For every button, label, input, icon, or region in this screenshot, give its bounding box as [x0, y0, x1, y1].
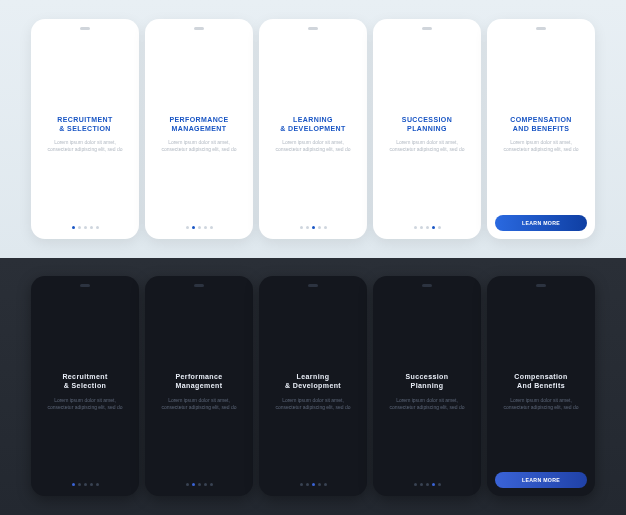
learning-icon	[270, 291, 356, 371]
learn-more-button[interactable]: LEARN MORE	[495, 215, 587, 231]
dark-theme-row: Recruitment & Selection Lorem ipsum dolo…	[0, 258, 626, 516]
onboarding-screen: LEARNING & DEVELOPMENT Lorem ipsum dolor…	[259, 19, 367, 239]
recruitment-icon	[42, 34, 128, 114]
onboarding-screen: SUCCESSION PLANNING Lorem ipsum dolor si…	[373, 19, 481, 239]
screen-body: Lorem ipsum dolor sit amet, consectetur …	[37, 397, 133, 411]
learn-more-button[interactable]: LEARN MORE	[495, 472, 587, 488]
succession-icon	[384, 34, 470, 114]
onboarding-screen: Succession Planning Lorem ipsum dolor si…	[373, 276, 481, 496]
phone-notch	[422, 284, 432, 287]
performance-icon	[156, 291, 242, 371]
phone-notch	[80, 27, 90, 30]
recruitment-icon	[42, 291, 128, 371]
screen-title: Succession Planning	[406, 373, 449, 391]
onboarding-screen: Performance Management Lorem ipsum dolor…	[145, 276, 253, 496]
screen-body: Lorem ipsum dolor sit amet, consectetur …	[379, 139, 475, 153]
screen-title: Learning & Development	[285, 373, 341, 391]
phone-notch	[536, 27, 546, 30]
phone-notch	[536, 284, 546, 287]
screen-title: LEARNING & DEVELOPMENT	[280, 116, 345, 134]
page-indicator[interactable]	[373, 226, 481, 229]
onboarding-screen: Compensation And Benefits Lorem ipsum do…	[487, 276, 595, 496]
phone-notch	[308, 284, 318, 287]
screen-body: Lorem ipsum dolor sit amet, consectetur …	[493, 139, 589, 153]
succession-icon	[384, 291, 470, 371]
screen-body: Lorem ipsum dolor sit amet, consectetur …	[493, 397, 589, 411]
screen-body: Lorem ipsum dolor sit amet, consectetur …	[37, 139, 133, 153]
page-indicator[interactable]	[259, 226, 367, 229]
screen-body: Lorem ipsum dolor sit amet, consectetur …	[379, 397, 475, 411]
screen-title: Performance Management	[175, 373, 222, 391]
learning-icon	[270, 34, 356, 114]
screen-title: PERFORMANCE MANAGEMENT	[169, 116, 228, 134]
screen-title: RECRUITMENT & SELECTION	[57, 116, 112, 134]
phone-notch	[194, 284, 204, 287]
page-indicator[interactable]	[373, 483, 481, 486]
performance-icon	[156, 34, 242, 114]
onboarding-screen: PERFORMANCE MANAGEMENT Lorem ipsum dolor…	[145, 19, 253, 239]
page-indicator[interactable]	[145, 483, 253, 486]
screen-body: Lorem ipsum dolor sit amet, consectetur …	[265, 139, 361, 153]
onboarding-screen: COMPENSATION AND BENEFITS Lorem ipsum do…	[487, 19, 595, 239]
screen-title: COMPENSATION AND BENEFITS	[510, 116, 571, 134]
compensation-icon	[498, 34, 584, 114]
phone-notch	[194, 27, 204, 30]
page-indicator[interactable]	[31, 483, 139, 486]
phone-notch	[308, 27, 318, 30]
screen-body: Lorem ipsum dolor sit amet, consectetur …	[151, 139, 247, 153]
screen-body: Lorem ipsum dolor sit amet, consectetur …	[151, 397, 247, 411]
page-indicator[interactable]	[145, 226, 253, 229]
compensation-icon	[498, 291, 584, 371]
phone-notch	[80, 284, 90, 287]
light-theme-row: RECRUITMENT & SELECTION Lorem ipsum dolo…	[0, 0, 626, 258]
screen-body: Lorem ipsum dolor sit amet, consectetur …	[265, 397, 361, 411]
onboarding-screen: Recruitment & Selection Lorem ipsum dolo…	[31, 276, 139, 496]
screen-title: SUCCESSION PLANNING	[402, 116, 452, 134]
screen-title: Compensation And Benefits	[514, 373, 567, 391]
phone-notch	[422, 27, 432, 30]
page-indicator[interactable]	[259, 483, 367, 486]
onboarding-screen: RECRUITMENT & SELECTION Lorem ipsum dolo…	[31, 19, 139, 239]
screen-title: Recruitment & Selection	[62, 373, 107, 391]
page-indicator[interactable]	[31, 226, 139, 229]
onboarding-screen: Learning & Development Lorem ipsum dolor…	[259, 276, 367, 496]
